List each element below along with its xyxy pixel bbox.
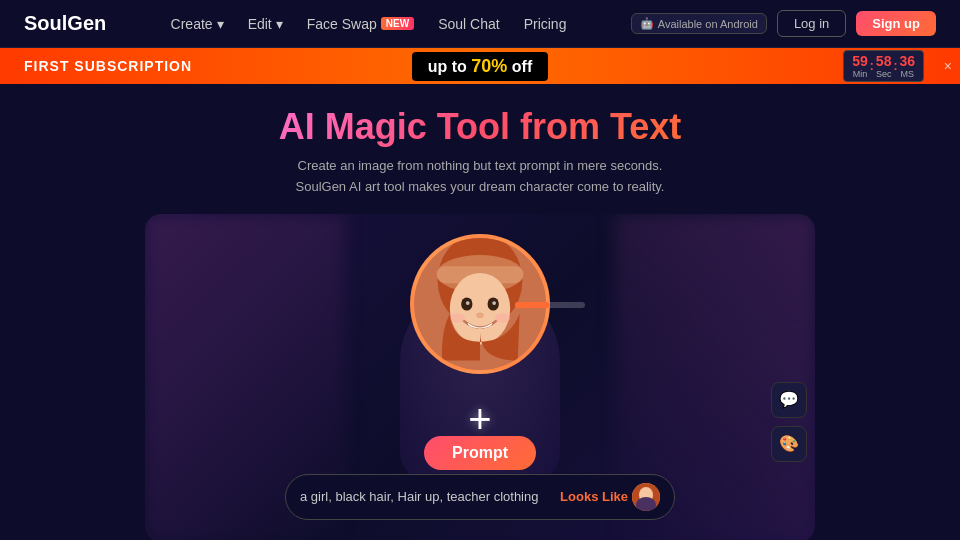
side-button-1[interactable]: 💬 — [771, 382, 807, 418]
svg-point-10 — [495, 313, 510, 322]
demo-card: + Prompt Looks Like 💬 — [145, 214, 815, 540]
svg-point-7 — [466, 301, 470, 305]
side-button-2[interactable]: 🎨 — [771, 426, 807, 462]
nav-face-swap[interactable]: Face Swap NEW — [307, 16, 414, 32]
main-content: AI Magic Tool from Text Create an image … — [0, 84, 960, 540]
prompt-input-bar: Looks Like — [285, 474, 675, 520]
android-icon: 🤖 — [640, 17, 654, 30]
login-button[interactable]: Log in — [777, 10, 846, 37]
navbar: SoulGen Create ▾ Edit ▾ Face Swap NEW So… — [0, 0, 960, 48]
nav-center: Create ▾ Edit ▾ Face Swap NEW Soul Chat … — [171, 16, 567, 32]
svg-point-9 — [450, 313, 465, 322]
nav-soul-chat[interactable]: Soul Chat — [438, 16, 499, 32]
svg-point-11 — [476, 312, 484, 318]
progress-bar-fill — [515, 302, 550, 308]
prompt-input[interactable] — [300, 489, 552, 504]
nav-pricing[interactable]: Pricing — [524, 16, 567, 32]
looks-like-button[interactable]: Looks Like — [560, 483, 660, 511]
nav-edit[interactable]: Edit ▾ — [248, 16, 283, 32]
page-title: AI Magic Tool from Text — [279, 106, 682, 148]
signup-button[interactable]: Sign up — [856, 11, 936, 36]
nav-create[interactable]: Create ▾ — [171, 16, 224, 32]
face-swap-badge: NEW — [381, 17, 414, 30]
nav-right: 🤖 Available on Android Log in Sign up — [631, 10, 936, 37]
page-subtitle: Create an image from nothing but text pr… — [296, 156, 665, 198]
countdown-timer: 59 Min : 58 Sec : 36 MS — [843, 50, 924, 82]
svg-point-8 — [492, 301, 496, 305]
timer-ms: 36 MS — [899, 53, 915, 79]
promo-banner: FIRST SUBSCRIPTION up to 70% off 59 Min … — [0, 48, 960, 84]
banner-discount: up to 70% off — [412, 52, 548, 81]
banner-left-text: FIRST SUBSCRIPTION — [24, 58, 192, 74]
timer-seconds: 58 Sec — [876, 53, 892, 79]
prompt-button[interactable]: Prompt — [424, 436, 536, 470]
side-buttons: 💬 🎨 — [771, 382, 807, 462]
looks-like-avatar — [632, 483, 660, 511]
brand-logo[interactable]: SoulGen — [24, 12, 106, 35]
banner-close-button[interactable]: × — [944, 58, 952, 74]
timer-minutes: 59 Min — [852, 53, 868, 79]
progress-bar — [515, 302, 585, 308]
banner-discount-text: up to 70% off — [428, 56, 532, 77]
android-badge[interactable]: 🤖 Available on Android — [631, 13, 767, 34]
